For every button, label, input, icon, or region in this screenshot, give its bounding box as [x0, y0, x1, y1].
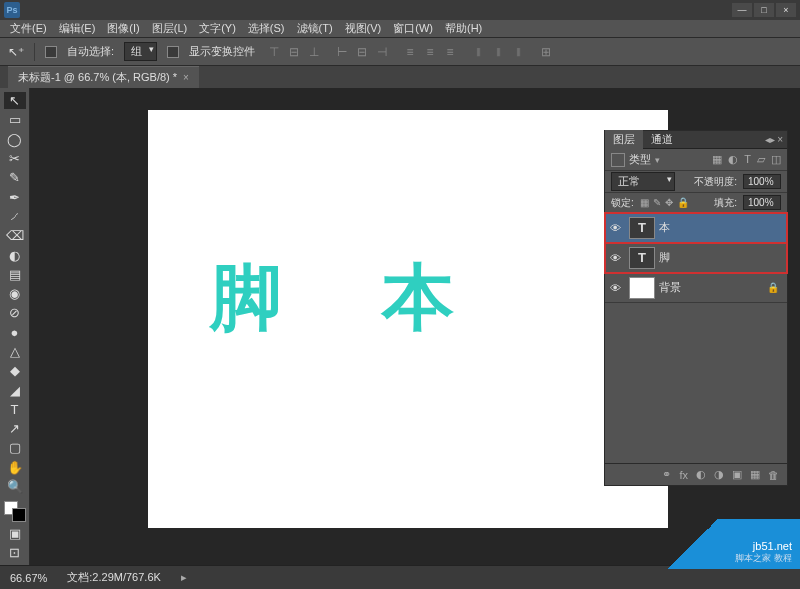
filter-pixel-icon[interactable]: ▦	[712, 153, 722, 166]
blur-tool[interactable]: ◉	[4, 285, 26, 302]
type-tool[interactable]: T	[4, 401, 26, 418]
menu-help[interactable]: 帮助(H)	[441, 21, 486, 36]
bucket-tool[interactable]: ●	[4, 324, 26, 341]
layer-name[interactable]: 背景	[659, 280, 767, 295]
menu-view[interactable]: 视图(V)	[341, 21, 386, 36]
color-swatches[interactable]	[4, 501, 26, 522]
close-button[interactable]: ×	[776, 3, 796, 17]
sponge-tool[interactable]: ◆	[4, 362, 26, 379]
visibility-toggle[interactable]: 👁	[605, 282, 625, 294]
menu-type[interactable]: 文字(Y)	[195, 21, 240, 36]
align-top-icon[interactable]: ⊤	[265, 43, 283, 61]
lock-transparency-icon[interactable]: ▦	[640, 197, 649, 208]
eraser-tool[interactable]: ⌫	[4, 227, 26, 244]
new-layer-icon[interactable]: ▦	[750, 468, 760, 481]
auto-select-checkbox[interactable]	[45, 46, 57, 58]
document-tab-bar: 未标题-1 @ 66.7% (本, RGB/8) * ×	[0, 66, 800, 88]
lock-pixels-icon[interactable]: ✎	[653, 197, 661, 208]
panel-close-icon[interactable]: ×	[777, 134, 783, 145]
show-transform-checkbox[interactable]	[167, 46, 179, 58]
filter-adjust-icon[interactable]: ◐	[728, 153, 738, 166]
crop-tool[interactable]: ✂	[4, 150, 26, 167]
layer-row[interactable]: 👁 背景 🔒	[605, 273, 787, 303]
tab-close-icon[interactable]: ×	[183, 72, 189, 83]
path-tool[interactable]: ↗	[4, 420, 26, 437]
layer-thumb-text-icon: T	[629, 247, 655, 269]
lock-icons: ▦ ✎ ✥ 🔒	[640, 197, 689, 208]
visibility-toggle[interactable]: 👁	[605, 252, 625, 264]
background-swatch[interactable]	[12, 508, 26, 522]
lasso-tool[interactable]: ◯	[4, 131, 26, 148]
clone-tool[interactable]: ⊘	[4, 304, 26, 321]
brush-tool[interactable]: ✒	[4, 188, 26, 205]
eyedropper-tool[interactable]: ✎	[4, 169, 26, 186]
gradient-tool[interactable]: ▤	[4, 266, 26, 283]
move-tool[interactable]: ↖	[4, 92, 26, 109]
shape-tool[interactable]: ▢	[4, 439, 26, 456]
dist-vcenter-icon[interactable]: ≡	[421, 43, 439, 61]
menu-image[interactable]: 图像(I)	[103, 21, 143, 36]
fill-input[interactable]: 100%	[743, 195, 781, 210]
blend-mode-dropdown[interactable]: 正常	[611, 172, 675, 191]
smudge-tool[interactable]: △	[4, 343, 26, 360]
filter-type-icon[interactable]	[611, 153, 625, 167]
zoom-level[interactable]: 66.67%	[10, 572, 47, 584]
doc-info[interactable]: 文档:2.29M/767.6K	[67, 570, 161, 585]
canvas[interactable]: 脚 本	[148, 110, 668, 528]
document-tab[interactable]: 未标题-1 @ 66.7% (本, RGB/8) * ×	[8, 66, 199, 88]
hand-tool[interactable]: ✋	[4, 459, 26, 476]
layer-name[interactable]: 本	[659, 220, 787, 235]
dist-top-icon[interactable]: ≡	[401, 43, 419, 61]
align-vcenter-icon[interactable]: ⊟	[285, 43, 303, 61]
menu-edit[interactable]: 编辑(E)	[55, 21, 100, 36]
dist-bottom-icon[interactable]: ≡	[441, 43, 459, 61]
menu-file[interactable]: 文件(E)	[6, 21, 51, 36]
tab-layers[interactable]: 图层	[605, 130, 643, 149]
screenmode-toggle[interactable]: ⊡	[4, 544, 26, 561]
marquee-tool[interactable]: ▭	[4, 111, 26, 128]
align-bottom-icon[interactable]: ⊥	[305, 43, 323, 61]
menu-select[interactable]: 选择(S)	[244, 21, 289, 36]
pen-tool[interactable]: ◢	[4, 381, 26, 398]
menu-window[interactable]: 窗口(W)	[389, 21, 437, 36]
lock-indicator-icon: 🔒	[767, 282, 787, 293]
filter-smart-icon[interactable]: ◫	[771, 153, 781, 166]
visibility-toggle[interactable]: 👁	[605, 222, 625, 234]
menu-filter[interactable]: 滤镜(T)	[293, 21, 337, 36]
layer-row[interactable]: 👁 T 本	[605, 213, 787, 243]
layer-name[interactable]: 脚	[659, 250, 787, 265]
dodge-tool[interactable]: ◐	[4, 246, 26, 263]
maximize-button[interactable]: □	[754, 3, 774, 17]
align-hcenter-icon[interactable]: ⊟	[353, 43, 371, 61]
filter-type-t-icon[interactable]: T	[744, 153, 751, 166]
healing-tool[interactable]: ⟋	[4, 208, 26, 225]
link-layers-icon[interactable]: ⚭	[662, 468, 671, 481]
layer-style-icon[interactable]: fx	[679, 469, 688, 481]
group-layers-icon[interactable]: ▣	[732, 468, 742, 481]
quickmask-toggle[interactable]: ▣	[4, 524, 26, 541]
auto-align-icon[interactable]: ⊞	[537, 43, 555, 61]
doc-info-arrow-icon[interactable]: ▸	[181, 571, 187, 584]
lock-all-icon[interactable]: 🔒	[677, 197, 689, 208]
group-dropdown[interactable]: 组	[124, 42, 157, 61]
align-left-icon[interactable]: ⊢	[333, 43, 351, 61]
dist-right-icon[interactable]: ⦀	[509, 43, 527, 61]
lock-label: 锁定:	[611, 196, 634, 210]
adjustment-layer-icon[interactable]: ◑	[714, 468, 724, 481]
dist-left-icon[interactable]: ⦀	[469, 43, 487, 61]
layer-row[interactable]: 👁 T 脚	[605, 243, 787, 273]
align-right-icon[interactable]: ⊣	[373, 43, 391, 61]
zoom-tool[interactable]: 🔍	[4, 478, 26, 495]
minimize-button[interactable]: —	[732, 3, 752, 17]
dist-hcenter-icon[interactable]: ⦀	[489, 43, 507, 61]
tab-channels[interactable]: 通道	[643, 130, 681, 149]
opacity-input[interactable]: 100%	[743, 174, 781, 189]
filter-shape-icon[interactable]: ▱	[757, 153, 765, 166]
delete-layer-icon[interactable]: 🗑	[768, 469, 779, 481]
menu-layer[interactable]: 图层(L)	[148, 21, 191, 36]
divider	[34, 43, 35, 61]
layer-mask-icon[interactable]: ◐	[696, 468, 706, 481]
panel-collapse-icon[interactable]: ◂▸	[765, 134, 775, 145]
window-controls: — □ ×	[732, 3, 796, 17]
lock-position-icon[interactable]: ✥	[665, 197, 673, 208]
